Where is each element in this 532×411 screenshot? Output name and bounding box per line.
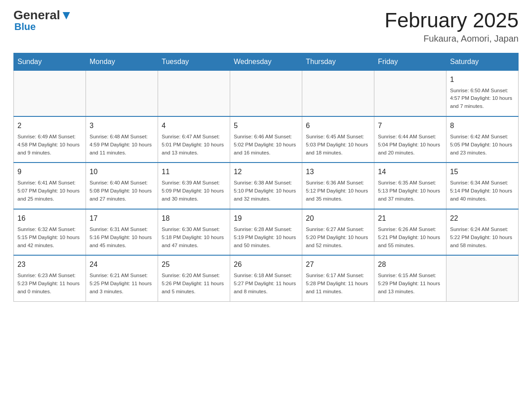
col-wednesday: Wednesday (230, 53, 302, 70)
day-info: Sunrise: 6:20 AM Sunset: 5:26 PM Dayligh… (162, 272, 226, 295)
day-info: Sunrise: 6:32 AM Sunset: 5:15 PM Dayligh… (17, 226, 82, 249)
day-number: 5 (234, 120, 298, 131)
calendar-cell: 9Sunrise: 6:41 AM Sunset: 5:07 PM Daylig… (14, 163, 86, 209)
day-info: Sunrise: 6:23 AM Sunset: 5:23 PM Dayligh… (17, 272, 82, 295)
calendar-cell: 13Sunrise: 6:36 AM Sunset: 5:12 PM Dayli… (302, 163, 374, 209)
calendar-cell: 21Sunrise: 6:26 AM Sunset: 5:21 PM Dayli… (374, 209, 446, 255)
col-tuesday: Tuesday (158, 53, 230, 70)
day-number: 12 (234, 167, 298, 177)
day-info: Sunrise: 6:34 AM Sunset: 5:14 PM Dayligh… (450, 179, 515, 203)
day-number: 4 (162, 120, 226, 131)
day-info: Sunrise: 6:45 AM Sunset: 5:03 PM Dayligh… (306, 133, 370, 157)
calendar-cell: 15Sunrise: 6:34 AM Sunset: 5:14 PM Dayli… (446, 163, 519, 209)
day-number: 22 (450, 213, 515, 224)
day-info: Sunrise: 6:28 AM Sunset: 5:19 PM Dayligh… (234, 226, 298, 249)
calendar-cell: 8Sunrise: 6:42 AM Sunset: 5:05 PM Daylig… (446, 116, 519, 163)
calendar-cell: 27Sunrise: 6:17 AM Sunset: 5:28 PM Dayli… (302, 255, 374, 301)
day-info: Sunrise: 6:30 AM Sunset: 5:18 PM Dayligh… (162, 226, 226, 249)
day-number: 1 (450, 74, 515, 85)
logo-arrow-shape: ▼ (60, 8, 73, 22)
calendar-cell: 1Sunrise: 6:50 AM Sunset: 4:57 PM Daylig… (446, 70, 519, 116)
col-thursday: Thursday (302, 53, 374, 70)
col-saturday: Saturday (446, 53, 519, 70)
day-number: 18 (162, 213, 226, 224)
logo-general-text: General▼ (13, 9, 73, 21)
logo: General▼ Blue (13, 9, 73, 32)
logo-blue-text: Blue (14, 21, 36, 32)
day-number: 15 (450, 167, 515, 177)
day-number: 2 (17, 120, 82, 131)
day-number: 26 (234, 259, 298, 270)
calendar-table: Sunday Monday Tuesday Wednesday Thursday… (13, 53, 519, 302)
calendar-cell: 19Sunrise: 6:28 AM Sunset: 5:19 PM Dayli… (230, 209, 302, 255)
day-number: 9 (17, 167, 82, 177)
calendar-cell (446, 255, 519, 301)
day-number: 11 (162, 167, 226, 177)
col-sunday: Sunday (14, 53, 86, 70)
calendar-cell: 18Sunrise: 6:30 AM Sunset: 5:18 PM Dayli… (158, 209, 230, 255)
day-number: 21 (378, 213, 442, 224)
day-number: 28 (378, 259, 442, 270)
day-number: 14 (378, 167, 442, 177)
day-info: Sunrise: 6:42 AM Sunset: 5:05 PM Dayligh… (450, 133, 515, 157)
day-info: Sunrise: 6:21 AM Sunset: 5:25 PM Dayligh… (90, 272, 154, 295)
calendar-cell: 20Sunrise: 6:27 AM Sunset: 5:20 PM Dayli… (302, 209, 374, 255)
page-header: General▼ Blue February 2025 Fukaura, Aom… (13, 9, 519, 44)
calendar-cell: 28Sunrise: 6:15 AM Sunset: 5:29 PM Dayli… (374, 255, 446, 301)
day-number: 17 (90, 213, 154, 224)
calendar-cell (158, 70, 230, 116)
day-info: Sunrise: 6:18 AM Sunset: 5:27 PM Dayligh… (234, 272, 298, 295)
calendar-cell: 26Sunrise: 6:18 AM Sunset: 5:27 PM Dayli… (230, 255, 302, 301)
day-number: 7 (378, 120, 442, 131)
calendar-cell (374, 70, 446, 116)
day-info: Sunrise: 6:44 AM Sunset: 5:04 PM Dayligh… (378, 133, 442, 157)
calendar-cell (14, 70, 86, 116)
day-info: Sunrise: 6:38 AM Sunset: 5:10 PM Dayligh… (234, 179, 298, 203)
day-number: 25 (162, 259, 226, 270)
col-monday: Monday (86, 53, 158, 70)
day-info: Sunrise: 6:39 AM Sunset: 5:09 PM Dayligh… (162, 179, 226, 203)
calendar-cell: 2Sunrise: 6:49 AM Sunset: 4:58 PM Daylig… (14, 116, 86, 163)
day-number: 19 (234, 213, 298, 224)
day-info: Sunrise: 6:41 AM Sunset: 5:07 PM Dayligh… (17, 179, 82, 203)
calendar-cell: 11Sunrise: 6:39 AM Sunset: 5:09 PM Dayli… (158, 163, 230, 209)
day-number: 16 (17, 213, 82, 224)
day-info: Sunrise: 6:36 AM Sunset: 5:12 PM Dayligh… (306, 179, 370, 203)
calendar-cell: 7Sunrise: 6:44 AM Sunset: 5:04 PM Daylig… (374, 116, 446, 163)
calendar-cell: 10Sunrise: 6:40 AM Sunset: 5:08 PM Dayli… (86, 163, 158, 209)
day-number: 10 (90, 167, 154, 177)
calendar-cell: 14Sunrise: 6:35 AM Sunset: 5:13 PM Dayli… (374, 163, 446, 209)
day-info: Sunrise: 6:40 AM Sunset: 5:08 PM Dayligh… (90, 179, 154, 203)
day-info: Sunrise: 6:49 AM Sunset: 4:58 PM Dayligh… (17, 133, 82, 157)
calendar-cell: 6Sunrise: 6:45 AM Sunset: 5:03 PM Daylig… (302, 116, 374, 163)
day-number: 27 (306, 259, 370, 270)
day-number: 13 (306, 167, 370, 177)
day-info: Sunrise: 6:47 AM Sunset: 5:01 PM Dayligh… (162, 133, 226, 157)
calendar-cell: 17Sunrise: 6:31 AM Sunset: 5:16 PM Dayli… (86, 209, 158, 255)
col-friday: Friday (374, 53, 446, 70)
title-area: February 2025 Fukaura, Aomori, Japan (385, 9, 519, 44)
month-title: February 2025 (385, 9, 519, 32)
calendar-header-row: Sunday Monday Tuesday Wednesday Thursday… (14, 53, 519, 70)
calendar-cell: 5Sunrise: 6:46 AM Sunset: 5:02 PM Daylig… (230, 116, 302, 163)
day-number: 23 (17, 259, 82, 270)
day-info: Sunrise: 6:15 AM Sunset: 5:29 PM Dayligh… (378, 272, 442, 295)
location: Fukaura, Aomori, Japan (385, 34, 519, 44)
day-number: 6 (306, 120, 370, 131)
calendar-cell: 24Sunrise: 6:21 AM Sunset: 5:25 PM Dayli… (86, 255, 158, 301)
day-number: 8 (450, 120, 515, 131)
day-info: Sunrise: 6:50 AM Sunset: 4:57 PM Dayligh… (450, 87, 515, 111)
day-number: 3 (90, 120, 154, 131)
calendar-cell (302, 70, 374, 116)
calendar-cell: 3Sunrise: 6:48 AM Sunset: 4:59 PM Daylig… (86, 116, 158, 163)
day-info: Sunrise: 6:31 AM Sunset: 5:16 PM Dayligh… (90, 226, 154, 249)
calendar-cell: 22Sunrise: 6:24 AM Sunset: 5:22 PM Dayli… (446, 209, 519, 255)
day-info: Sunrise: 6:35 AM Sunset: 5:13 PM Dayligh… (378, 179, 442, 203)
day-info: Sunrise: 6:17 AM Sunset: 5:28 PM Dayligh… (306, 272, 370, 295)
calendar-cell: 23Sunrise: 6:23 AM Sunset: 5:23 PM Dayli… (14, 255, 86, 301)
calendar-cell (230, 70, 302, 116)
day-number: 24 (90, 259, 154, 270)
calendar-cell: 12Sunrise: 6:38 AM Sunset: 5:10 PM Dayli… (230, 163, 302, 209)
day-number: 20 (306, 213, 370, 224)
day-info: Sunrise: 6:48 AM Sunset: 4:59 PM Dayligh… (90, 133, 154, 157)
